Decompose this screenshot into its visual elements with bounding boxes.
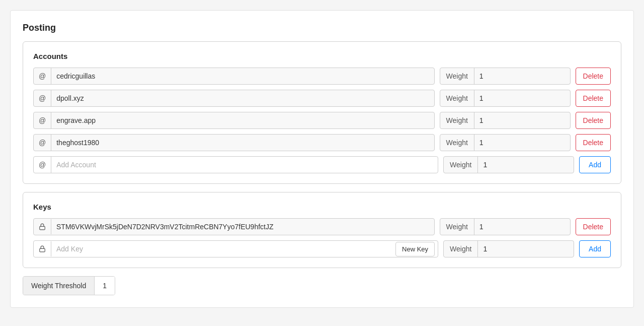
at-symbol: @	[34, 112, 51, 128]
new-key-button[interactable]: New Key	[395, 242, 435, 256]
weight-threshold-label: Weight Threshold	[23, 277, 95, 295]
at-symbol: @	[34, 135, 51, 151]
add-account-input-wrapper: @	[33, 156, 438, 173]
account-input-wrapper: @	[33, 90, 435, 107]
account-input-0[interactable]	[51, 68, 434, 84]
at-symbol-add: @	[34, 157, 51, 173]
key-weight-input-0[interactable]	[474, 219, 570, 235]
weight-label-3: Weight	[440, 135, 474, 151]
weight-group-add: Weight	[443, 156, 574, 173]
add-key-button[interactable]: Add	[579, 240, 611, 257]
key-weight-group-0: Weight	[440, 218, 571, 235]
weight-input-add[interactable]	[478, 157, 574, 173]
weight-input-1[interactable]	[474, 90, 570, 106]
accounts-card-title: Accounts	[33, 52, 611, 60]
weight-group-0: Weight	[440, 68, 571, 85]
key-delete-button-0[interactable]: Delete	[576, 218, 611, 235]
key-input-0[interactable]	[51, 219, 434, 235]
add-key-row: New Key Weight Add	[33, 240, 611, 257]
delete-button-1[interactable]: Delete	[576, 90, 611, 107]
keys-card-title: Keys	[33, 203, 611, 211]
account-input-wrapper: @	[33, 134, 435, 151]
svg-rect-0	[40, 226, 45, 229]
key-weight-input-add[interactable]	[478, 241, 574, 257]
weight-input-0[interactable]	[474, 68, 570, 84]
delete-button-3[interactable]: Delete	[576, 134, 611, 151]
delete-button-0[interactable]: Delete	[576, 68, 611, 85]
account-row: @ Weight Delete	[33, 112, 611, 129]
weight-group-1: Weight	[440, 90, 571, 107]
account-input-3[interactable]	[51, 135, 434, 151]
at-symbol: @	[34, 68, 51, 84]
at-symbol: @	[34, 90, 51, 106]
account-row: @ Weight Delete	[33, 134, 611, 151]
add-account-input[interactable]	[51, 157, 438, 173]
weight-group-3: Weight	[440, 134, 571, 151]
weight-input-3[interactable]	[474, 135, 570, 151]
key-weight-label-add: Weight	[444, 241, 478, 257]
weight-threshold-row: Weight Threshold 1	[23, 276, 115, 295]
key-input-wrapper-0	[33, 218, 435, 235]
delete-button-2[interactable]: Delete	[576, 112, 611, 129]
weight-group-2: Weight	[440, 112, 571, 129]
lock-icon-0	[34, 219, 51, 234]
account-row: @ Weight Delete	[33, 68, 611, 85]
accounts-card: Accounts @ Weight Delete @ Weight Del	[23, 41, 621, 184]
keys-card: Keys Weight Delete	[23, 192, 621, 268]
page-container: Posting Accounts @ Weight Delete @ Weigh…	[10, 10, 634, 308]
account-input-2[interactable]	[51, 112, 434, 128]
weight-label-add: Weight	[444, 157, 478, 173]
account-input-wrapper: @	[33, 112, 435, 129]
weight-label-0: Weight	[440, 68, 474, 84]
key-weight-label-0: Weight	[440, 219, 474, 235]
key-row: Weight Delete	[33, 218, 611, 235]
add-key-input[interactable]	[51, 241, 395, 257]
svg-rect-1	[40, 248, 45, 251]
account-input-1[interactable]	[51, 90, 434, 106]
key-weight-group-add: Weight	[443, 240, 574, 257]
lock-icon-add	[34, 241, 51, 256]
add-account-row: @ Weight Add	[33, 156, 611, 173]
weight-threshold-value: 1	[95, 277, 115, 295]
weight-input-2[interactable]	[474, 112, 570, 128]
account-input-wrapper: @	[33, 68, 435, 85]
section-title: Posting	[23, 23, 621, 33]
weight-label-2: Weight	[440, 112, 474, 128]
add-key-input-wrapper: New Key	[33, 240, 438, 257]
weight-label-1: Weight	[440, 90, 474, 106]
add-account-button[interactable]: Add	[579, 156, 611, 173]
account-row: @ Weight Delete	[33, 90, 611, 107]
